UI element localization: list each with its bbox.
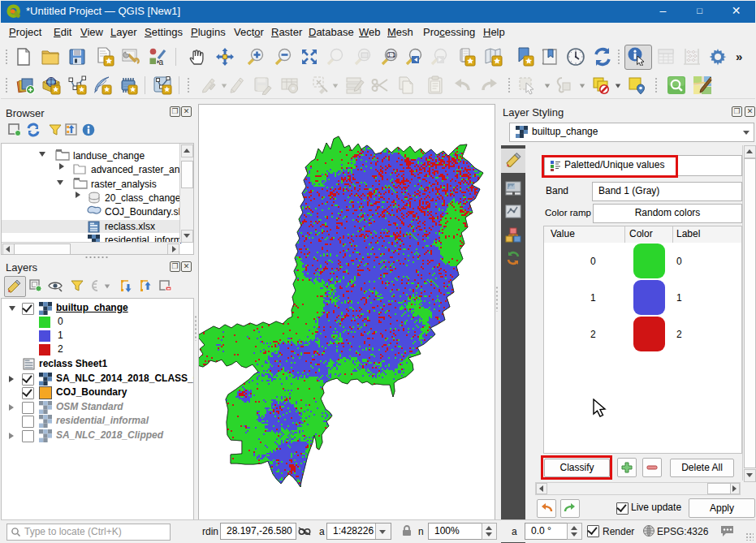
svg-text:1:1: 1:1 xyxy=(388,52,395,58)
svg-text:a: a xyxy=(159,58,164,67)
